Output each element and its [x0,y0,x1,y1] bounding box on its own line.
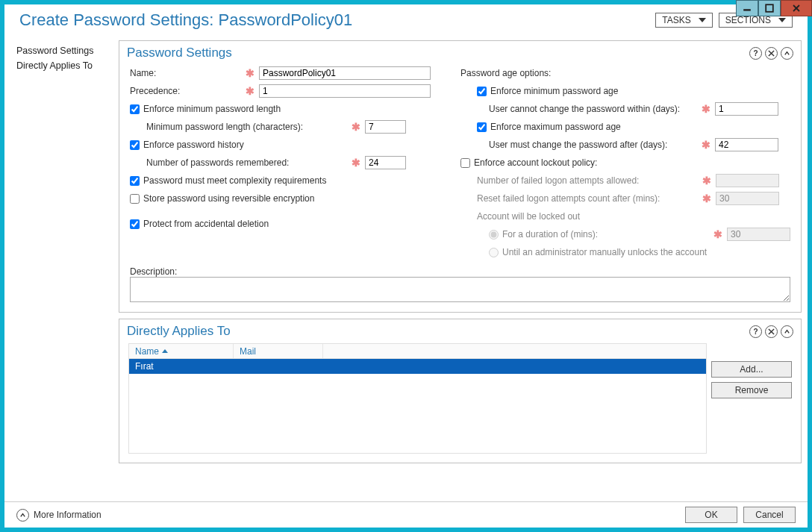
min-len-label: Minimum password length (characters): [146,122,352,132]
title-prefix: Create Password Settings: [19,10,219,29]
help-icon[interactable]: ? [749,325,762,338]
reversible-label: Store password using reversible encrypti… [143,193,314,204]
min-age-label: Enforce minimum password age [490,86,618,96]
tasks-label: TASKS [662,15,690,25]
sidebar-item-password-settings[interactable]: Password Settings [13,43,116,58]
description-input[interactable] [130,277,790,302]
grid-body[interactable]: Fırat [128,358,707,454]
remove-button[interactable]: Remove [711,382,792,398]
panel-title: Directly Applies To [127,324,231,339]
panel-password-settings: Password Settings ? [119,40,802,313]
right-column: Password age options: Enforce minimum pa… [460,65,790,262]
complexity-label: Password must meet complexity requiremen… [143,175,326,186]
history-label: Number of passwords remembered: [146,157,352,168]
collapse-icon[interactable] [781,325,793,338]
help-icon[interactable]: ? [749,47,762,60]
min-age-desc: User cannot change the password within (… [489,104,702,114]
body: Password Settings Directly Applies To Pa… [4,40,808,501]
required-icon: ✱ [702,175,711,187]
duration-radio [489,230,499,240]
column-name[interactable]: Name [129,344,234,358]
failed-attempts-label: Number of failed logon attempts allowed: [477,175,702,186]
required-icon: ✱ [702,139,710,151]
column-blank [323,344,706,358]
sort-asc-icon [162,349,168,353]
close-section-icon[interactable] [765,47,778,60]
lockout-label: Enforce account lockout policy: [474,157,597,168]
required-icon: ✱ [702,103,710,115]
protect-label: Protect from accidental deletion [143,219,269,229]
duration-label: For a duration of (mins): [502,229,713,240]
enforce-min-len-label: Enforce minimum password length [143,104,281,114]
minimize-button[interactable] [736,0,758,16]
failed-attempts-input [716,174,779,187]
chevron-down-icon [699,18,706,22]
add-button[interactable]: Add... [711,361,792,378]
until-admin-label: Until an administrator manually unlocks … [502,247,707,257]
panel-directly-applies-to: Directly Applies To ? [119,319,802,463]
ok-button[interactable]: OK [685,507,737,523]
locked-out-label: Account will be locked out [460,208,790,225]
enforce-min-len-checkbox[interactable] [130,104,140,114]
panel-title: Password Settings [127,46,232,60]
max-age-checkbox[interactable] [477,122,487,132]
reset-after-label: Reset failed logon attempts count after … [477,193,702,204]
svg-rect-1 [766,4,773,12]
max-age-desc: User must change the password after (day… [489,140,702,150]
required-icon: ✱ [246,85,254,97]
maximize-button[interactable] [758,0,781,16]
grid-header: Name Mail [128,343,707,358]
precedence-label: Precedence: [130,86,246,96]
main: Password Settings ? [119,40,803,498]
close-button[interactable] [781,0,812,16]
complexity-checkbox[interactable] [130,176,140,186]
window: Create Password Settings: PasswordPolicy… [0,0,812,532]
precedence-input[interactable] [259,84,431,98]
chevron-up-icon [16,509,29,522]
protect-checkbox[interactable] [130,219,140,229]
grid-buttons: Add... Remove [711,343,792,455]
chevron-down-icon [778,18,786,22]
lockout-checkbox[interactable] [460,158,470,168]
tasks-dropdown[interactable]: TASKS [655,13,712,28]
max-age-input[interactable] [715,138,778,151]
enforce-history-label: Enforce password history [143,140,244,150]
description-label: Description: [130,266,790,277]
table-row[interactable]: Fırat [129,359,706,374]
required-icon: ✱ [352,121,360,133]
history-input[interactable] [365,156,406,169]
reversible-checkbox[interactable] [130,194,140,204]
max-age-label: Enforce maximum password age [490,122,621,132]
name-input[interactable] [259,66,431,80]
reset-after-input [716,192,779,205]
cell-name: Fırat [129,360,234,373]
more-information-link[interactable]: More Information [16,509,102,522]
footer: More Information OK Cancel [4,501,808,528]
required-icon: ✱ [713,228,722,240]
collapse-icon[interactable] [781,47,793,60]
close-section-icon[interactable] [765,325,778,338]
page-title: Create Password Settings: PasswordPolicy… [19,10,352,30]
cell-mail [234,365,246,368]
required-icon: ✱ [352,157,360,169]
required-icon: ✱ [702,193,711,204]
sidebar: Password Settings Directly Applies To [7,40,116,498]
cancel-button[interactable]: Cancel [743,507,796,523]
titlebar-controls [736,0,812,18]
more-info-label: More Information [34,510,102,520]
left-column: Name: ✱ Precedence: ✱ Enforce minimum pa… [130,65,438,262]
members-grid[interactable]: Name Mail Fırat [128,343,707,455]
age-options-label: Password age options: [460,65,790,81]
required-icon: ✱ [246,67,254,79]
sidebar-item-directly-applies-to[interactable]: Directly Applies To [13,58,116,73]
duration-input [727,228,790,241]
header: Create Password Settings: PasswordPolicy… [4,4,808,40]
min-len-input[interactable] [365,120,406,134]
min-age-input[interactable] [715,102,778,116]
name-label: Name: [130,68,246,78]
until-admin-radio [489,248,499,257]
title-value: PasswordPolicy01 [219,10,353,29]
min-age-checkbox[interactable] [477,87,487,96]
enforce-history-checkbox[interactable] [130,140,140,150]
column-mail[interactable]: Mail [234,344,323,358]
